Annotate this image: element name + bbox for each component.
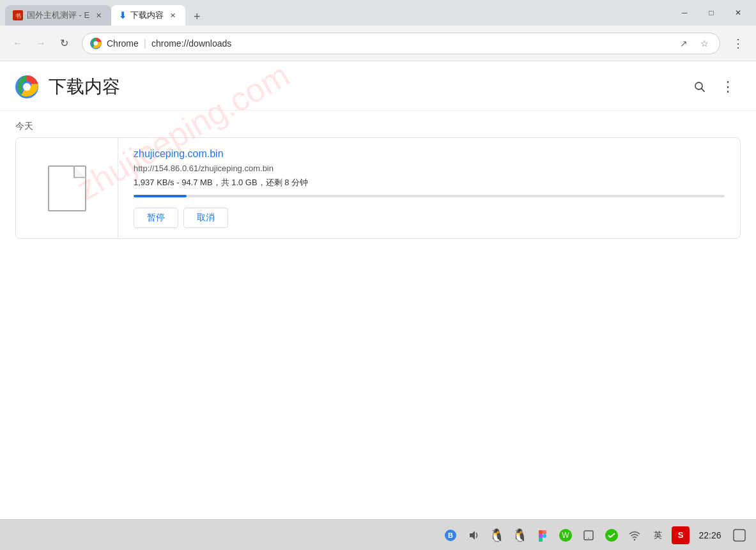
chrome-logo-large-icon xyxy=(15,75,38,98)
qq1-icon[interactable]: 🐧 xyxy=(488,526,505,544)
svg-point-6 xyxy=(23,83,31,91)
url-separator: | xyxy=(144,38,146,49)
download-url: http://154.86.0.61/zhujiceping.com.bin xyxy=(134,164,725,173)
qq2-icon[interactable]: 🐧 xyxy=(511,526,528,544)
volume-icon[interactable] xyxy=(465,526,482,544)
taskbar: B 🐧 🐧 W 英 S 22:26 xyxy=(0,519,756,550)
downloads-header-actions: ⋮ xyxy=(687,74,741,100)
address-url: chrome://downloads xyxy=(151,38,671,49)
cancel-button[interactable]: 取消 xyxy=(183,208,228,228)
wifi-icon[interactable] xyxy=(626,526,644,544)
pause-button[interactable]: 暂停 xyxy=(134,208,178,228)
address-bar[interactable]: Chrome | chrome://downloads ↗ ☆ xyxy=(82,33,720,54)
tab-inactive[interactable]: 书 国外主机测评 - E ✕ xyxy=(5,5,111,26)
back-button[interactable]: ← xyxy=(8,33,28,54)
download-speed: 1,937 KB/s - 94.7 MB，共 1.0 GB，还剩 8 分钟 xyxy=(134,177,725,188)
forward-button[interactable]: → xyxy=(31,33,51,54)
svg-marker-11 xyxy=(470,531,475,540)
share-icon[interactable]: ↗ xyxy=(676,36,691,51)
downloads-list: 今天 zhujiceping.com.bin http://154.86.0.6… xyxy=(0,111,756,239)
file-icon xyxy=(48,165,86,211)
tab-title-active: 下载内容 xyxy=(130,10,164,21)
figma-icon[interactable] xyxy=(534,526,552,544)
svg-point-22 xyxy=(634,539,635,540)
svg-rect-23 xyxy=(734,530,745,541)
notification-icon[interactable] xyxy=(730,526,748,544)
tab-download-icon: ⬇ xyxy=(119,10,127,20)
svg-text:B: B xyxy=(448,531,453,539)
svg-rect-12 xyxy=(539,530,543,534)
title-bar: 书 国外主机测评 - E ✕ ⬇ 下载内容 ✕ + ─ □ ✕ xyxy=(0,0,756,26)
nav-bar: ← → ↻ Chrome | chrome://downloads ↗ ☆ ⋮ xyxy=(0,26,756,61)
tab-close-active[interactable]: ✕ xyxy=(167,10,178,20)
svg-rect-15 xyxy=(539,538,543,542)
svg-rect-13 xyxy=(543,530,546,534)
section-today-label: 今天 xyxy=(15,111,741,137)
star-icon[interactable]: ☆ xyxy=(697,36,712,51)
svg-line-8 xyxy=(702,89,705,92)
tablet-icon[interactable] xyxy=(580,526,598,544)
page-title: 下载内容 xyxy=(49,75,120,99)
browser-menu-button[interactable]: ⋮ xyxy=(728,33,748,54)
download-filename[interactable]: zhujiceping.com.bin xyxy=(134,148,725,160)
new-tab-button[interactable]: + xyxy=(188,8,206,26)
more-actions-button[interactable]: ⋮ xyxy=(715,74,741,100)
downloads-header-left: 下载内容 xyxy=(15,75,120,99)
close-button[interactable]: ✕ xyxy=(725,4,751,22)
taskbar-time: 22:26 xyxy=(695,530,725,540)
svg-point-16 xyxy=(543,534,546,538)
search-button[interactable] xyxy=(687,74,713,100)
svg-point-4 xyxy=(94,42,98,45)
tab-favicon-inactive: 书 xyxy=(13,10,23,20)
download-icon-area xyxy=(16,138,118,238)
lang-icon[interactable]: 英 xyxy=(649,526,667,544)
svg-text:书: 书 xyxy=(15,13,21,19)
tab-title-inactive: 国外主机测评 - E xyxy=(27,10,89,21)
progress-bar-container xyxy=(134,195,725,197)
reload-button[interactable]: ↻ xyxy=(54,33,74,54)
wechat-icon[interactable]: W xyxy=(557,526,575,544)
check-icon[interactable] xyxy=(603,526,621,544)
chrome-logo-icon xyxy=(90,38,102,49)
nav-brand: Chrome xyxy=(107,38,139,49)
progress-bar-fill xyxy=(134,195,187,197)
restore-button[interactable]: □ xyxy=(698,4,724,22)
svg-rect-14 xyxy=(539,534,543,538)
tab-close-inactive[interactable]: ✕ xyxy=(93,10,104,20)
svg-point-20 xyxy=(588,537,589,539)
search-icon xyxy=(693,80,706,93)
download-item: zhujiceping.com.bin http://154.86.0.61/z… xyxy=(15,137,741,239)
downloads-header: 下载内容 ⋮ xyxy=(0,61,756,111)
minimize-button[interactable]: ─ xyxy=(672,4,697,22)
svg-text:W: W xyxy=(562,531,569,540)
download-actions: 暂停 取消 xyxy=(134,208,725,228)
bluetooth-icon[interactable]: B xyxy=(442,526,459,544)
sougou-icon[interactable]: S xyxy=(672,526,690,544)
tab-active[interactable]: ⬇ 下载内容 ✕ xyxy=(111,5,185,26)
download-details: zhujiceping.com.bin http://154.86.0.61/z… xyxy=(118,138,740,238)
page-content: zhujiceping.com 下载内容 ⋮ 今天 xyxy=(0,61,756,519)
window-controls: ─ □ ✕ xyxy=(672,4,751,22)
